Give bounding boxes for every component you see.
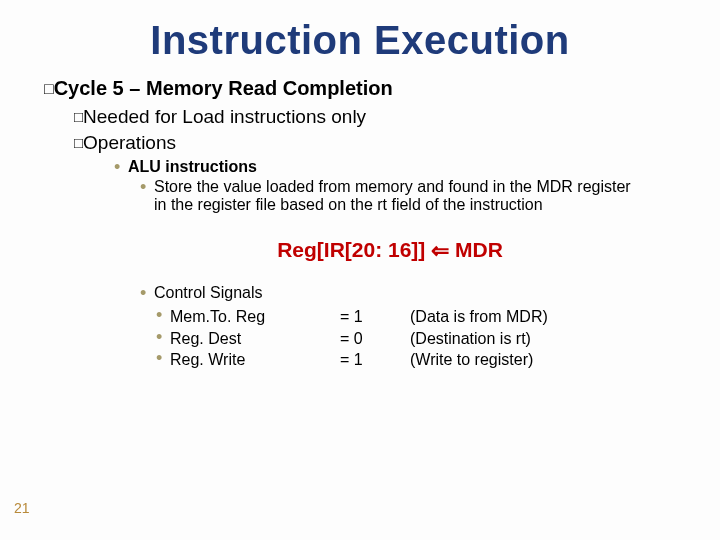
- formula: Reg[IR[20: 16]] ⇐ MDR: [100, 238, 680, 264]
- page-number: 21: [14, 500, 30, 516]
- signal-name: Mem.To. Reg: [170, 306, 340, 328]
- bullet-alu: •ALU instructions: [114, 158, 680, 176]
- bullet-control-signals: •Control Signals: [140, 284, 680, 302]
- square-bullet-icon: □: [74, 108, 83, 125]
- signal-name: Reg. Dest: [170, 328, 340, 350]
- bullet-needed: □Needed for Load instructions only: [74, 106, 680, 128]
- square-bullet-icon: □: [44, 80, 54, 97]
- signal-note: (Destination is rt): [410, 328, 531, 350]
- left-arrow-icon: ⇐: [431, 238, 449, 263]
- signal-name: Reg. Write: [170, 349, 340, 371]
- operations-label: Operations: [83, 132, 176, 153]
- slide: Instruction Execution □Cycle 5 – Memory …: [0, 0, 720, 540]
- signal-note: (Data is from MDR): [410, 306, 548, 328]
- signal-row: • Reg. Dest = 0 (Destination is rt): [156, 328, 680, 350]
- dot-bullet-icon: •: [156, 306, 170, 328]
- signal-row: • Mem.To. Reg = 1 (Data is from MDR): [156, 306, 680, 328]
- cycle-label: Cycle 5: [54, 77, 124, 99]
- signal-value: = 0: [340, 328, 410, 350]
- dot-bullet-icon: •: [114, 158, 128, 176]
- formula-rhs: MDR: [455, 238, 503, 261]
- signal-value: = 1: [340, 349, 410, 371]
- signals-label: Control Signals: [154, 284, 263, 301]
- alu-detail: Store the value loaded from memory and f…: [154, 178, 634, 214]
- signal-row: • Reg. Write = 1 (Write to register): [156, 349, 680, 371]
- cycle-desc: – Memory Read Completion: [129, 77, 392, 99]
- dot-bullet-icon: •: [156, 328, 170, 350]
- bullet-operations: □Operations: [74, 132, 680, 154]
- needed-text: Needed for Load instructions only: [83, 106, 366, 127]
- bullet-alu-detail-row: •Store the value loaded from memory and …: [140, 178, 680, 214]
- slide-title: Instruction Execution: [40, 18, 680, 63]
- signal-note: (Write to register): [410, 349, 533, 371]
- alu-label: ALU instructions: [128, 158, 257, 175]
- formula-lhs: Reg[IR[20: 16]]: [277, 238, 425, 261]
- signal-value: = 1: [340, 306, 410, 328]
- bullet-cycle: □Cycle 5 – Memory Read Completion: [44, 77, 680, 100]
- dot-bullet-icon: •: [156, 349, 170, 371]
- dot-bullet-icon: •: [140, 178, 154, 196]
- dot-bullet-icon: •: [140, 284, 154, 302]
- square-bullet-icon: □: [74, 134, 83, 151]
